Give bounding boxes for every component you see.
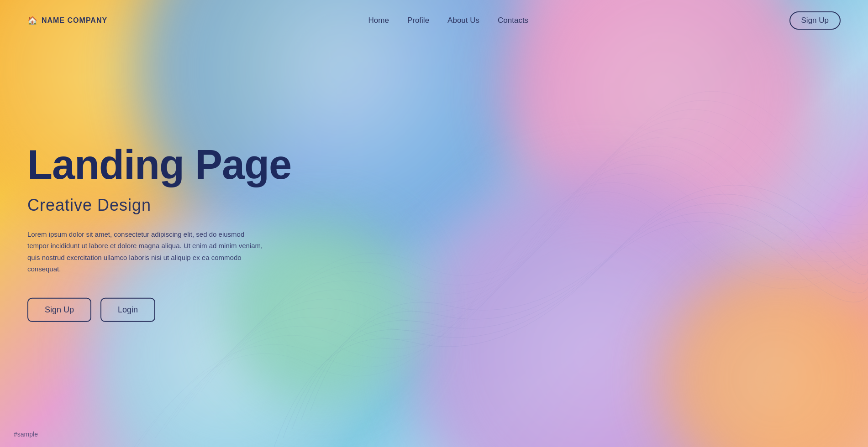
nav-link-profile[interactable]: Profile (407, 16, 429, 25)
nav-link-home[interactable]: Home (368, 16, 389, 25)
hero-content: Landing Page Creative Design Lorem ipsum… (27, 143, 291, 322)
company-name: NAME COMPANY (42, 16, 107, 25)
signup-button[interactable]: Sign Up (27, 297, 91, 322)
nav-link-about[interactable]: About Us (447, 16, 479, 25)
nav-link-contacts[interactable]: Contacts (498, 16, 528, 25)
logo: 🏠 NAME COMPANY (27, 16, 107, 26)
hero-buttons: Sign Up Login (27, 297, 291, 322)
login-button[interactable]: Login (100, 297, 155, 322)
nav-signup-link[interactable]: Sign Up (801, 16, 829, 25)
nav-item-about[interactable]: About Us (447, 16, 479, 25)
nav-item-home[interactable]: Home (368, 16, 389, 25)
hero-title: Landing Page (27, 143, 291, 187)
nav-signup-button[interactable]: Sign Up (789, 11, 841, 30)
sample-tag: #sample (14, 431, 38, 438)
nav-links: Home Profile About Us Contacts (368, 16, 529, 25)
home-icon: 🏠 (27, 16, 38, 26)
nav-item-profile[interactable]: Profile (407, 16, 429, 25)
hero-section: 🏠 NAME COMPANY Home Profile About Us Con… (0, 0, 868, 447)
hero-subtitle: Creative Design (27, 195, 291, 214)
nav-item-contacts[interactable]: Contacts (498, 16, 528, 25)
hero-description: Lorem ipsum dolor sit amet, consectetur … (27, 228, 265, 275)
navbar: 🏠 NAME COMPANY Home Profile About Us Con… (0, 0, 868, 41)
